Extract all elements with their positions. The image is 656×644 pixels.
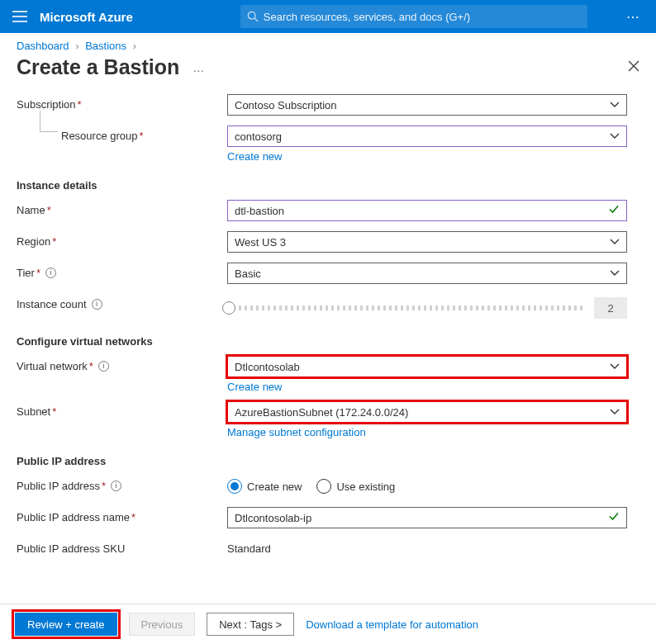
virtual-network-select[interactable]: Dtlcontosolab (227, 356, 627, 377)
label-instance-count: Instance count i (17, 294, 227, 310)
label-pip-sku: Public IP address SKU (17, 538, 227, 555)
label-pip-name: Public IP address name* (17, 507, 227, 523)
footer-bar: Review + create Previous Next : Tags > D… (0, 604, 656, 644)
info-icon[interactable]: i (111, 481, 121, 491)
instance-count-slider[interactable] (227, 305, 586, 310)
title-more-button[interactable]: … (193, 61, 205, 74)
instance-count-value: 2 (594, 297, 627, 319)
top-bar: Microsoft Azure ⋯ (0, 0, 656, 33)
slider-thumb[interactable] (222, 301, 235, 315)
svg-line-4 (254, 18, 258, 21)
subscription-select[interactable]: Contoso Subscription (227, 94, 627, 116)
search-icon (247, 11, 259, 22)
next-button[interactable]: Next : Tags > (207, 613, 294, 636)
manage-subnet-link[interactable]: Manage subnet configuration (227, 426, 366, 438)
info-icon[interactable]: i (45, 268, 56, 278)
pip-sku-value: Standard (227, 538, 627, 555)
download-template-link[interactable]: Download a template for automation (306, 618, 478, 631)
label-public-ip: Public IP address* i (17, 476, 227, 492)
breadcrumb-bastions[interactable]: Bastions (85, 40, 126, 52)
chevron-down-icon (610, 270, 620, 277)
breadcrumb-dashboard[interactable]: Dashboard (17, 40, 69, 52)
label-tier: Tier* i (17, 263, 227, 279)
check-icon (608, 511, 620, 525)
info-icon[interactable]: i (92, 299, 102, 310)
section-instance-details: Instance details (17, 179, 639, 192)
check-icon (608, 204, 620, 218)
resource-group-select[interactable]: contosorg (227, 125, 627, 147)
create-new-rg-link[interactable]: Create new (227, 150, 282, 163)
chevron-down-icon (610, 363, 620, 370)
global-search[interactable] (240, 5, 587, 28)
chevron-down-icon (610, 102, 620, 108)
previous-button: Previous (129, 613, 196, 636)
chevron-right-icon: › (75, 40, 78, 52)
pip-radio-create-new[interactable]: Create new (227, 479, 302, 494)
breadcrumb: Dashboard › Bastions › (0, 33, 656, 55)
brand-label: Microsoft Azure (40, 10, 133, 24)
pip-name-input[interactable]: Dtlcontosolab-ip (227, 507, 627, 528)
label-region: Region* (17, 231, 227, 248)
svg-point-3 (248, 12, 255, 19)
chevron-down-icon (610, 133, 620, 140)
pip-radio-use-existing[interactable]: Use existing (316, 479, 395, 494)
create-new-vnet-link[interactable]: Create new (227, 381, 282, 393)
chevron-right-icon: › (133, 40, 136, 52)
label-name: Name* (17, 200, 227, 216)
title-row: Create a Bastion … (0, 55, 656, 86)
chevron-down-icon (610, 409, 620, 415)
topbar-more-button[interactable]: ⋯ (616, 9, 649, 25)
label-subnet: Subnet* (17, 401, 227, 418)
label-subscription: Subscription* (17, 94, 227, 111)
chevron-down-icon (610, 239, 620, 245)
subnet-select[interactable]: AzureBastionSubnet (172.24.0.0/24) (227, 401, 627, 423)
section-public-ip: Public IP address (17, 455, 639, 467)
label-virtual-network: Virtual network* i (17, 356, 227, 372)
label-resource-group: Resource group* (17, 125, 227, 142)
section-virtual-networks: Configure virtual networks (17, 335, 639, 348)
tier-select[interactable]: Basic (227, 263, 627, 284)
form: Subscription* Contoso Subscription Resou… (0, 86, 656, 561)
radio-icon (227, 479, 242, 494)
global-search-input[interactable] (264, 11, 581, 23)
hamburger-menu-button[interactable] (7, 3, 33, 30)
page-title: Create a Bastion (17, 55, 179, 79)
info-icon[interactable]: i (98, 361, 109, 372)
radio-icon (316, 479, 331, 494)
review-create-button[interactable]: Review + create (15, 613, 117, 636)
close-icon[interactable] (628, 59, 639, 76)
region-select[interactable]: West US 3 (227, 231, 627, 253)
name-input[interactable]: dtl-bastion (227, 200, 627, 221)
